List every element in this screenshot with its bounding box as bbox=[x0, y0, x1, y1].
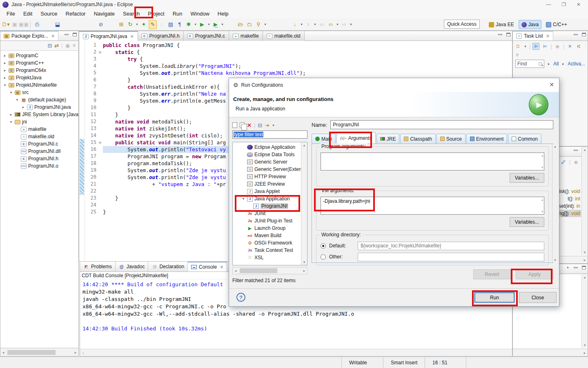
menu-project[interactable]: Project bbox=[144, 9, 168, 18]
hide-fields-icon[interactable]: ◉ bbox=[572, 159, 579, 166]
config-tab-common[interactable]: Common bbox=[508, 134, 541, 144]
menu-file[interactable]: File bbox=[2, 9, 19, 18]
minimize-view-icon[interactable] bbox=[574, 34, 578, 35]
tree-item-projektjava[interactable]: ▸ProjektJava bbox=[0, 74, 78, 81]
minimize-view-icon[interactable] bbox=[65, 34, 69, 35]
mark-occurrences-icon[interactable]: ✎ bbox=[149, 20, 157, 29]
vm-variables-button[interactable]: Variables... bbox=[510, 217, 544, 227]
scheduled-view-icon[interactable]: ⊨ bbox=[541, 43, 548, 50]
menu-edit[interactable]: Edit bbox=[19, 9, 36, 18]
categorized-view-icon[interactable]: ⊫ bbox=[532, 43, 539, 50]
tree-item-programjni-java[interactable]: ▸ProgramJNI.java bbox=[0, 103, 78, 111]
dialog-close-icon[interactable]: ✕ bbox=[549, 81, 554, 88]
package-explorer-tab[interactable]: Package Explo... ✕ bbox=[0, 31, 58, 40]
hscrollbar[interactable]: ▸ bbox=[513, 349, 588, 356]
close-icon[interactable]: ✕ bbox=[130, 34, 134, 39]
help-icon[interactable]: ? bbox=[236, 293, 245, 302]
tree-item-makefile[interactable]: makefile bbox=[0, 126, 78, 133]
tree-item-maven-build[interactable]: Maven Build bbox=[233, 232, 307, 239]
console-tab-problems[interactable]: Problems bbox=[80, 262, 116, 272]
run-icon[interactable]: ▶ bbox=[198, 20, 206, 29]
filter-input[interactable]: type filter text bbox=[232, 130, 307, 139]
tree-vscrollbar[interactable]: ▴▾ bbox=[301, 142, 307, 265]
tree-item-programc64x[interactable]: ▸ProgramC64x bbox=[0, 67, 78, 74]
editor-tab-programjni-c[interactable]: ProgramJNI.c bbox=[184, 31, 229, 41]
program-arguments-textarea[interactable]: ▴▾ bbox=[321, 153, 544, 171]
filter-all-link[interactable]: All bbox=[553, 61, 559, 67]
expand-arrow-icon[interactable]: ▸ bbox=[21, 105, 25, 109]
package-explorer-hscrollbar[interactable]: ◂▸ bbox=[0, 348, 78, 356]
content-vscrollbar[interactable]: ▴▾ bbox=[552, 144, 558, 263]
config-tab-arguments[interactable]: (x)=Arguments bbox=[336, 132, 376, 144]
vm-arguments-textarea[interactable]: -Djava.library.path=jni ▴▾ bbox=[321, 197, 544, 215]
tree-item-jni[interactable]: ▾jni bbox=[0, 118, 78, 126]
close-button[interactable]: Close bbox=[519, 292, 557, 303]
focus-workweek-icon[interactable]: ◉ bbox=[554, 43, 561, 50]
perspective-javaee[interactable]: Java EE bbox=[486, 20, 517, 29]
prev-annotation-icon[interactable]: ↑ bbox=[304, 20, 312, 29]
minimize-view-icon[interactable] bbox=[498, 34, 502, 35]
search-person-icon[interactable]: ✦ bbox=[140, 20, 148, 29]
expand-arrow-icon[interactable]: ▸ bbox=[3, 61, 7, 65]
collapse-arrow-icon[interactable]: ▾ bbox=[15, 98, 19, 102]
skip-breakpoints-icon[interactable]: ⊘ bbox=[97, 20, 105, 29]
vscrollbar[interactable]: ▴▾ bbox=[581, 274, 588, 348]
tree-item-generic-server-externa[interactable]: Generic Server(Externa bbox=[233, 166, 307, 173]
menu-search[interactable]: Search bbox=[119, 9, 144, 18]
run-external-icon[interactable]: ▶̲ bbox=[212, 20, 220, 29]
tree-item-xsl[interactable]: XSL bbox=[233, 254, 307, 261]
open-resource-icon[interactable]: 🗀 bbox=[245, 20, 254, 29]
new-task-icon[interactable]: 🗋 bbox=[514, 43, 521, 50]
collapse-arrow-icon[interactable]: ▾ bbox=[241, 197, 245, 201]
tree-item-programjni-o[interactable]: ProgramJNI.o bbox=[0, 162, 78, 170]
default-workdir-field[interactable]: ${workspace_loc:ProjektJNImakefile} bbox=[358, 242, 544, 250]
find-input[interactable]: Find bbox=[515, 60, 544, 68]
menu-help[interactable]: Help bbox=[214, 9, 233, 18]
perspective-cc[interactable]: C/C++ bbox=[543, 20, 570, 29]
show-paragraph-icon[interactable]: ¶ bbox=[176, 20, 184, 29]
revert-button[interactable]: Revert bbox=[473, 269, 511, 279]
console-tab-console[interactable]: Console✕ bbox=[188, 262, 227, 272]
quick-access-box[interactable]: Quick Access bbox=[444, 20, 480, 29]
menu-source[interactable]: Source bbox=[36, 9, 61, 18]
maximize-view-icon[interactable] bbox=[582, 33, 586, 36]
tree-item-j2ee-preview[interactable]: J2EE Preview bbox=[233, 180, 307, 188]
tree-item-projektjnimakefile[interactable]: ▾ProjektJNImakefile bbox=[0, 81, 78, 89]
config-tab-main[interactable]: CMain bbox=[312, 134, 336, 144]
console-tab-declaration[interactable]: Declaration bbox=[148, 262, 188, 272]
console-tab-javadoc[interactable]: Javadoc bbox=[116, 262, 149, 272]
tree-item-http-preview[interactable]: HTTP Preview bbox=[233, 173, 307, 180]
view-menu-icon[interactable]: ▽ bbox=[72, 44, 76, 47]
link-editor-icon[interactable]: ⇄ bbox=[54, 43, 59, 49]
tree-item-java-application[interactable]: ▾Java Application bbox=[233, 195, 307, 202]
config-tab-environment[interactable]: Environment bbox=[466, 134, 507, 144]
tree-item--default-package-[interactable]: ▾(default package) bbox=[0, 96, 78, 103]
restore-icon[interactable]: ❐ bbox=[561, 2, 566, 7]
task-list-tab[interactable]: Task List ✕ bbox=[513, 31, 553, 40]
other-radio[interactable] bbox=[321, 254, 326, 260]
new-launch-config-icon[interactable] bbox=[232, 122, 237, 128]
default-radio[interactable] bbox=[321, 243, 326, 249]
tree-item-makefile-old[interactable]: makefile.old bbox=[0, 133, 78, 140]
menu-refactor[interactable]: Refactor bbox=[62, 9, 90, 18]
delete-icon[interactable]: ✕ bbox=[247, 122, 252, 128]
tree-item-eclipse-application[interactable]: Eclipse Application bbox=[233, 144, 307, 151]
tree-item-junit[interactable]: JUnit bbox=[233, 210, 307, 217]
outline-vscrollbar[interactable]: ▴▾ bbox=[581, 147, 588, 255]
forward-icon[interactable]: ⇨ bbox=[340, 20, 348, 29]
expand-arrow-icon[interactable]: ▸ bbox=[3, 54, 7, 58]
filter-launch-icon[interactable]: ⇥ bbox=[265, 122, 269, 128]
last-edit-icon[interactable]: ⇦ bbox=[318, 20, 326, 29]
close-icon[interactable]: ✕ bbox=[546, 34, 550, 39]
close-icon[interactable]: ✕ bbox=[577, 2, 581, 7]
hide-completed-icon[interactable]: ✕ bbox=[566, 43, 573, 50]
tree-hscrollbar[interactable]: ◂▸ bbox=[232, 267, 307, 274]
new-wizard-icon[interactable]: 🗋▾ bbox=[2, 20, 10, 29]
tree-item-programjni-c[interactable]: ProgramJNI.c bbox=[0, 140, 78, 148]
collapse-arrow-icon[interactable]: ▾ bbox=[3, 83, 7, 87]
other-workdir-field[interactable] bbox=[358, 253, 544, 261]
config-tab-classpath[interactable]: Classpath bbox=[400, 134, 435, 144]
tree-item-task-context-test[interactable]: Task Context Test bbox=[233, 247, 307, 254]
collapse-all-icon[interactable]: ⊟ bbox=[47, 43, 52, 49]
collapse-all-icon[interactable]: ⊟ bbox=[258, 122, 262, 128]
